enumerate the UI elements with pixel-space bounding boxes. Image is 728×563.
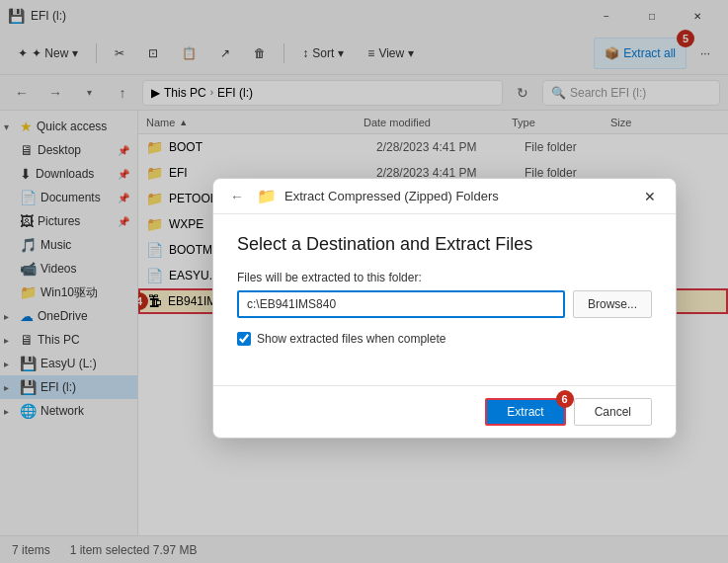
dialog-heading: Select a Destination and Extract Files	[237, 234, 652, 255]
dialog-path-input[interactable]	[237, 290, 565, 318]
dialog-path-row: Browse...	[237, 290, 652, 318]
dialog-body: Select a Destination and Extract Files F…	[213, 214, 676, 385]
dialog-checkbox-row: Show extracted files when complete	[237, 332, 652, 346]
dialog-checkbox-label: Show extracted files when complete	[257, 332, 445, 346]
dialog-extract-button[interactable]: Extract 6	[485, 398, 565, 426]
dialog-overlay: ← 📁 Extract Compressed (Zipped) Folders …	[0, 0, 728, 563]
dialog-cancel-button[interactable]: Cancel	[574, 398, 652, 426]
dialog-folder-icon: 📁	[257, 187, 277, 205]
dialog-title: Extract Compressed (Zipped) Folders	[284, 189, 499, 203]
dialog-title-bar: ← 📁 Extract Compressed (Zipped) Folders …	[213, 179, 676, 214]
dialog-footer: Extract 6 Cancel	[213, 385, 676, 438]
dialog-close-button[interactable]: ✕	[636, 183, 664, 210]
show-extracted-checkbox[interactable]	[237, 332, 251, 346]
dialog-path-label: Files will be extracted to this folder:	[237, 271, 652, 284]
extract-dialog: ← 📁 Extract Compressed (Zipped) Folders …	[212, 178, 677, 439]
step6-badge: 6	[556, 390, 574, 408]
dialog-back-button[interactable]: ←	[225, 185, 249, 208]
dialog-browse-button[interactable]: Browse...	[573, 290, 652, 318]
extract-label: Extract	[507, 405, 543, 419]
